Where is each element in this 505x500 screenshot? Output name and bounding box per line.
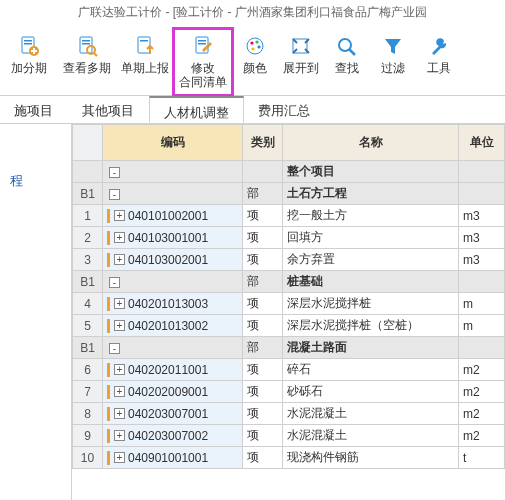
group-row[interactable]: -整个项目	[73, 161, 505, 183]
expand-toggle[interactable]: +	[114, 232, 125, 243]
cell-code[interactable]: -	[103, 337, 243, 359]
code-value: 040203007002	[128, 429, 208, 443]
collapse-toggle[interactable]: -	[109, 167, 120, 178]
tab-meas[interactable]: 施项目	[0, 96, 68, 123]
table-row[interactable]: 1+040101002001项挖一般土方m3	[73, 205, 505, 227]
code-value: 040901001001	[128, 451, 208, 465]
tool-color[interactable]: 颜色	[232, 29, 278, 95]
toolbar: 加分期查看多期单期上报修改 合同清单颜色展开到查找过滤工具	[0, 27, 505, 96]
col-name[interactable]: 名称	[283, 125, 459, 161]
expand-toggle[interactable]: +	[114, 364, 125, 375]
cell-code[interactable]: +040201013002	[103, 315, 243, 337]
expand-toggle[interactable]: +	[114, 320, 125, 331]
table-row[interactable]: 8+040203007001项水泥混凝土m2	[73, 403, 505, 425]
tool-label: 查看多期	[63, 61, 111, 75]
tool-tools[interactable]: 工具	[416, 29, 462, 95]
svg-point-18	[255, 40, 258, 43]
tab-fee[interactable]: 费用汇总	[244, 96, 325, 123]
svg-point-17	[250, 41, 253, 44]
collapse-toggle[interactable]: -	[109, 343, 120, 354]
cell-code[interactable]: +040203007001	[103, 403, 243, 425]
cell-name: 现浇构件钢筋	[283, 447, 459, 469]
expand-icon	[287, 33, 315, 59]
tool-expand[interactable]: 展开到	[278, 29, 324, 95]
cell-code[interactable]: -	[103, 161, 243, 183]
upload-doc-icon	[131, 33, 159, 59]
tool-filter[interactable]: 过滤	[370, 29, 416, 95]
row-marker	[107, 231, 110, 245]
side-item[interactable]: 程	[0, 164, 71, 198]
cell-code[interactable]: +040101002001	[103, 205, 243, 227]
cell-code[interactable]: +040202011001	[103, 359, 243, 381]
col-cat[interactable]: 类别	[243, 125, 283, 161]
table-row[interactable]: 3+040103002001项余方弃置m3	[73, 249, 505, 271]
expand-toggle[interactable]: +	[114, 298, 125, 309]
col-unit[interactable]: 单位	[459, 125, 505, 161]
group-row[interactable]: B1-部混凝土路面	[73, 337, 505, 359]
tool-label: 工具	[427, 61, 451, 75]
table-row[interactable]: 5+040201013002项深层水泥搅拌桩（空桩）m	[73, 315, 505, 337]
tool-find[interactable]: 查找	[324, 29, 370, 95]
table-row[interactable]: 10+040901001001项现浇构件钢筋t	[73, 447, 505, 469]
cell-code[interactable]: +040203007002	[103, 425, 243, 447]
row-marker	[107, 429, 110, 443]
cell-unit: m2	[459, 359, 505, 381]
expand-toggle[interactable]: +	[114, 452, 125, 463]
svg-point-20	[251, 47, 254, 50]
tool-add-period[interactable]: 加分期	[0, 29, 58, 95]
cell-cat	[243, 161, 283, 183]
expand-toggle[interactable]: +	[114, 408, 125, 419]
cell-name: 水泥混凝土	[283, 425, 459, 447]
cell-unit: m3	[459, 249, 505, 271]
cell-code[interactable]: +040103002001	[103, 249, 243, 271]
tool-view-multi[interactable]: 查看多期	[58, 29, 116, 95]
cell-code[interactable]: +040202009001	[103, 381, 243, 403]
code-value: 040202009001	[128, 385, 208, 399]
cell-name: 余方弃置	[283, 249, 459, 271]
group-row[interactable]: B1-部桩基础	[73, 271, 505, 293]
cell-name: 桩基础	[283, 271, 459, 293]
table-row[interactable]: 9+040203007002项水泥混凝土m2	[73, 425, 505, 447]
cell-cat: 项	[243, 359, 283, 381]
tool-label: 单期上报	[121, 61, 169, 75]
expand-toggle[interactable]: +	[114, 430, 125, 441]
row-index: 8	[73, 403, 103, 425]
tool-report-single[interactable]: 单期上报	[116, 29, 174, 95]
tool-edit-contract[interactable]: 修改 合同清单	[174, 29, 232, 95]
tab-adj[interactable]: 人材机调整	[149, 96, 244, 123]
row-marker	[107, 363, 110, 377]
cell-cat: 项	[243, 403, 283, 425]
cell-code[interactable]: +040103001001	[103, 227, 243, 249]
table-row[interactable]: 2+040103001001项回填方m3	[73, 227, 505, 249]
code-value: 040201013002	[128, 319, 208, 333]
expand-toggle[interactable]: +	[114, 386, 125, 397]
cell-unit	[459, 183, 505, 205]
cell-code[interactable]: +040901001001	[103, 447, 243, 469]
cell-code[interactable]: +040201013003	[103, 293, 243, 315]
row-index: 5	[73, 315, 103, 337]
svg-rect-13	[196, 37, 208, 53]
svg-rect-7	[82, 40, 90, 42]
window-title: 广联达验工计价 - [验工计价 - 广州酒家集团利口福食品广梅产业园	[0, 0, 505, 27]
table-row[interactable]: 7+040202009001项砂砾石m2	[73, 381, 505, 403]
table-row[interactable]: 4+040201013003项深层水泥搅拌桩m	[73, 293, 505, 315]
row-index: B1	[73, 337, 103, 359]
group-row[interactable]: B1-部土石方工程	[73, 183, 505, 205]
cell-cat: 项	[243, 227, 283, 249]
col-code[interactable]: 编码	[103, 125, 243, 161]
collapse-toggle[interactable]: -	[109, 189, 120, 200]
cell-code[interactable]: -	[103, 183, 243, 205]
tab-other[interactable]: 其他项目	[68, 96, 149, 123]
table-row[interactable]: 6+040202011001项碎石m2	[73, 359, 505, 381]
row-index	[73, 161, 103, 183]
svg-rect-6	[80, 37, 92, 53]
cell-code[interactable]: -	[103, 271, 243, 293]
expand-toggle[interactable]: +	[114, 210, 125, 221]
tool-label: 展开到	[283, 61, 319, 75]
data-grid[interactable]: 编码 类别 名称 单位 -整个项目B1-部土石方工程1+040101002001…	[72, 124, 505, 500]
cell-unit: m3	[459, 205, 505, 227]
svg-line-10	[94, 53, 97, 56]
collapse-toggle[interactable]: -	[109, 277, 120, 288]
expand-toggle[interactable]: +	[114, 254, 125, 265]
cell-unit: m2	[459, 403, 505, 425]
